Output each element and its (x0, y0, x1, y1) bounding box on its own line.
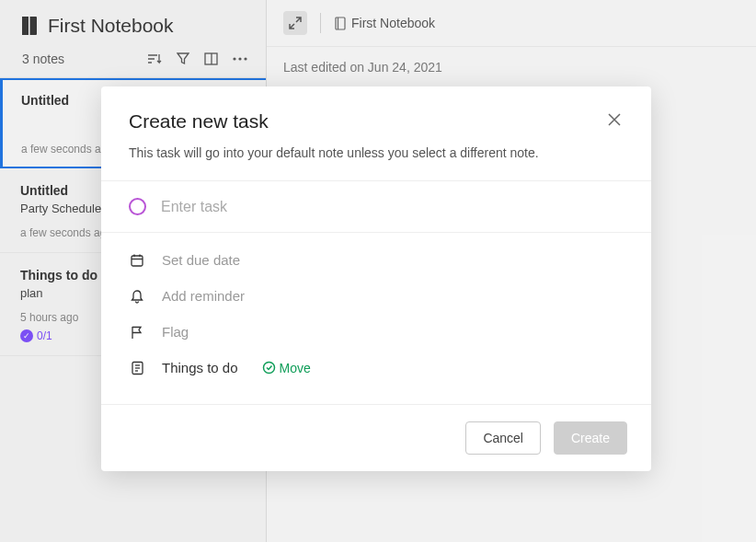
svg-rect-10 (132, 256, 143, 266)
destination-option[interactable]: Things to do Move (129, 350, 624, 386)
flag-option[interactable]: Flag (129, 314, 624, 350)
task-name-input[interactable] (161, 199, 624, 215)
move-icon (262, 361, 276, 375)
create-button[interactable]: Create (554, 421, 627, 455)
flag-icon (129, 325, 145, 340)
modal-description: This task will go into your default note… (101, 133, 651, 180)
create-task-modal: Create new task This task will go into y… (101, 86, 651, 471)
note-icon (129, 361, 145, 375)
close-icon[interactable] (605, 110, 624, 133)
move-link[interactable]: Move (262, 361, 311, 375)
modal-title: Create new task (129, 110, 269, 133)
bell-icon (129, 289, 145, 304)
calendar-icon (129, 253, 145, 268)
task-checkbox-icon[interactable] (129, 198, 146, 215)
svg-point-18 (263, 363, 274, 374)
due-date-option[interactable]: Set due date (129, 242, 624, 278)
cancel-button[interactable]: Cancel (465, 421, 541, 455)
reminder-option[interactable]: Add reminder (129, 278, 624, 314)
